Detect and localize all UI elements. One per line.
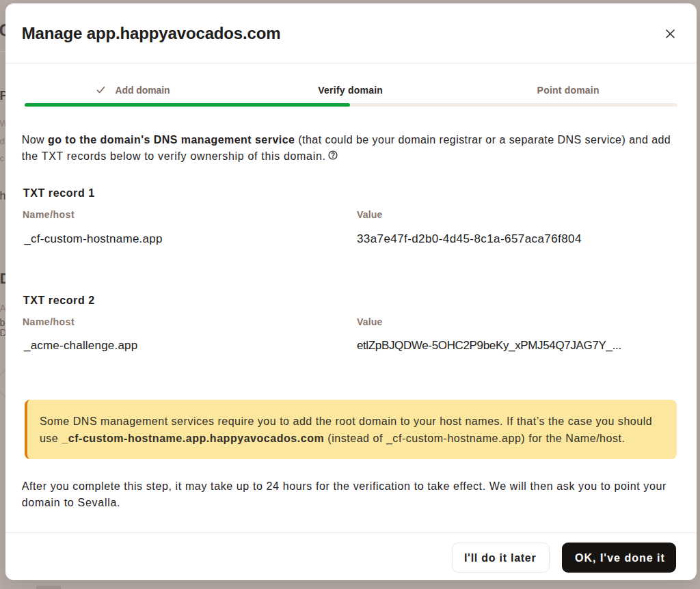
svg-text:?: ? [331,152,335,159]
